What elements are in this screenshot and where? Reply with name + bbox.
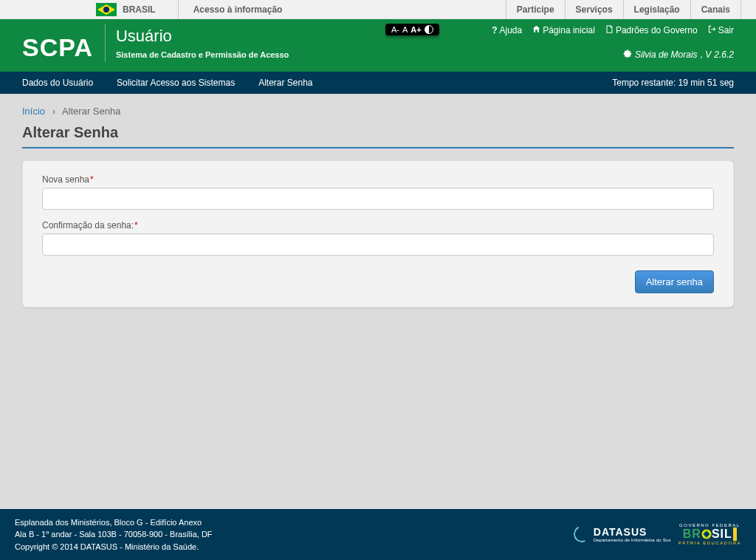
app-subtitle: Sistema de Cadastro e Permissão de Acess… bbox=[116, 50, 289, 59]
page-title: Alterar Senha bbox=[22, 124, 734, 148]
acesso-informacao-link[interactable]: Acesso à informação bbox=[178, 0, 283, 19]
app-header: SCPA Usuário Sistema de Cadastro e Permi… bbox=[0, 19, 756, 72]
document-icon bbox=[605, 25, 614, 35]
footer-address-1: Esplanada dos Ministérios, Bloco G - Edi… bbox=[15, 516, 213, 529]
confirmacao-senha-input[interactable] bbox=[42, 233, 714, 256]
datasus-logo: DATASUS Departamento de Informática do S… bbox=[574, 526, 671, 542]
nova-senha-input[interactable] bbox=[42, 188, 714, 210]
app-logo[interactable]: SCPA bbox=[0, 24, 106, 62]
gov-link-canais[interactable]: Canais bbox=[690, 0, 741, 19]
content-area: Início › Alterar Senha Alterar Senha Nov… bbox=[0, 94, 756, 319]
brasil-gov-logo: GOVERNO FEDERAL BRSIL PÁTRIA EDUCADORA bbox=[678, 523, 741, 545]
font-default-button[interactable]: A bbox=[402, 25, 408, 34]
font-increase-button[interactable]: A+ bbox=[410, 25, 421, 34]
brazil-globe-icon bbox=[701, 529, 712, 539]
header-links: ?Ajuda Página inicial Padrões do Governo… bbox=[492, 25, 734, 35]
font-size-control: A- A A+ bbox=[385, 24, 439, 35]
svg-point-2 bbox=[103, 7, 109, 13]
main-menu: Dados do Usuário Solicitar Acesso aos Si… bbox=[0, 72, 756, 94]
gov-link-participe[interactable]: Participe bbox=[506, 0, 565, 19]
confirmacao-senha-label: Confirmação da senha:* bbox=[42, 220, 714, 231]
chevron-right-icon: › bbox=[52, 106, 55, 117]
footer-copyright: Copyright © 2014 DATASUS - Ministério da… bbox=[15, 541, 213, 553]
breadcrumb-home[interactable]: Início bbox=[22, 106, 45, 117]
session-timer: Tempo restante: 19 min 51 seg bbox=[612, 78, 734, 88]
menu-alterar-senha[interactable]: Alterar Senha bbox=[258, 78, 312, 88]
app-title-block: Usuário Sistema de Cadastro e Permissão … bbox=[106, 19, 289, 59]
contrast-icon[interactable] bbox=[425, 25, 433, 34]
gov-link-legislacao[interactable]: Legislação bbox=[623, 0, 690, 19]
gov-link-servicos[interactable]: Serviços bbox=[565, 0, 623, 19]
svg-point-5 bbox=[704, 532, 709, 536]
home-icon bbox=[532, 25, 540, 35]
gear-icon[interactable] bbox=[623, 49, 632, 60]
help-icon: ? bbox=[492, 25, 497, 35]
brasil-label[interactable]: BRASIL bbox=[123, 4, 156, 15]
footer-logos: DATASUS Departamento de Informática do S… bbox=[574, 523, 741, 545]
menu-dados-usuario[interactable]: Dados do Usuário bbox=[22, 78, 93, 88]
app-title: Usuário bbox=[116, 27, 289, 46]
user-info: Silvia de Morais, V2.6.2 bbox=[623, 49, 734, 60]
logout-icon bbox=[708, 25, 716, 35]
pagina-inicial-link[interactable]: Página inicial bbox=[532, 25, 595, 35]
app-version: 2.6.2 bbox=[714, 49, 734, 60]
footer: Esplanada dos Ministérios, Bloco G - Edi… bbox=[0, 509, 756, 561]
gov-bar: BRASIL Acesso à informação Participe Ser… bbox=[0, 0, 756, 19]
required-indicator: * bbox=[134, 220, 138, 231]
required-indicator: * bbox=[90, 174, 94, 185]
form-panel: Nova senha* Confirmação da senha:* Alter… bbox=[22, 160, 734, 307]
menu-solicitar-acesso[interactable]: Solicitar Acesso aos Sistemas bbox=[117, 78, 235, 88]
brazil-flag-icon bbox=[96, 3, 117, 16]
footer-text: Esplanada dos Ministérios, Bloco G - Edi… bbox=[15, 516, 213, 553]
datasus-icon bbox=[571, 524, 592, 544]
alterar-senha-button[interactable]: Alterar senha bbox=[635, 270, 714, 293]
breadcrumb: Início › Alterar Senha bbox=[22, 106, 734, 117]
padroes-link[interactable]: Padrões do Governo bbox=[605, 25, 698, 35]
nova-senha-label: Nova senha* bbox=[42, 174, 714, 185]
sair-link[interactable]: Sair bbox=[708, 25, 734, 35]
footer-address-2: Ala B - 1º andar - Sala 103B - 70058-900… bbox=[15, 528, 213, 541]
font-decrease-button[interactable]: A- bbox=[391, 25, 399, 34]
user-name: Silvia de Morais bbox=[635, 49, 698, 60]
breadcrumb-current: Alterar Senha bbox=[62, 106, 121, 117]
ajuda-link[interactable]: ?Ajuda bbox=[492, 25, 522, 35]
